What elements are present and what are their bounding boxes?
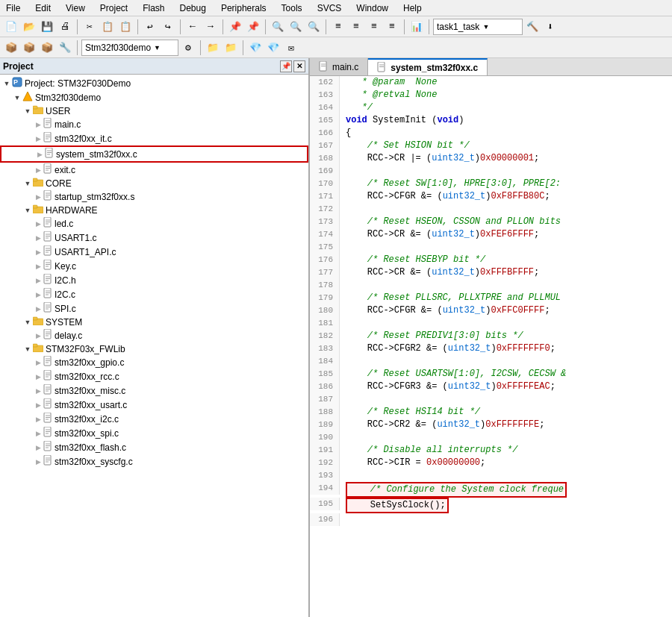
tb2-folder2-btn[interactable]: 📁 — [223, 40, 239, 56]
code-line-194[interactable]: 194 /* Configure the System clock freque — [310, 482, 672, 498]
tree-item-stm32f0xx_rcc[interactable]: ▶stm32f0xx_rcc.c — [0, 369, 308, 383]
open-btn[interactable]: 📂 — [21, 19, 37, 35]
tb2-btn4[interactable]: 🔧 — [57, 40, 73, 56]
panel-pin-btn[interactable]: 📌 — [280, 60, 292, 72]
download-btn[interactable]: ⬇ — [542, 19, 559, 35]
menu-peripherals[interactable]: Peripherals — [218, 2, 270, 14]
code-line-193[interactable]: 193 — [310, 469, 672, 482]
tree-item-root[interactable]: ▼PProject: STM32F030Demo — [0, 76, 308, 90]
code-line-176[interactable]: 176 /* Reset HSEBYP bit */ — [310, 254, 672, 266]
indent2-btn[interactable]: ≡ — [348, 19, 364, 35]
tree-expander-usart1_api[interactable]: ▶ — [33, 247, 43, 257]
tree-item-stm32f0xx_spi[interactable]: ▶stm32f0xx_spi.c — [0, 426, 308, 440]
tree-expander-core[interactable]: ▼ — [22, 178, 33, 189]
code-line-188[interactable]: 188 /* Reset HSI14 bit */ — [310, 406, 672, 419]
code-line-185[interactable]: 185 /* Reset USARTSW[1:0], I2CSW, CECSW … — [310, 368, 672, 380]
code-line-195[interactable]: 195 SetSysClock(); — [310, 498, 672, 513]
tree-expander-delay_c[interactable]: ▶ — [33, 331, 43, 341]
tree-item-main_c[interactable]: ▶main.c — [0, 117, 308, 131]
tree-expander-system_stm32f0xx[interactable]: ▶ — [34, 149, 45, 160]
tree-item-stm32f0xx_usart[interactable]: ▶stm32f0xx_usart.c — [0, 398, 308, 412]
bookmark2-btn[interactable]: 📌 — [245, 19, 261, 35]
tb2-btn2[interactable]: 📦 — [21, 40, 37, 56]
tree-item-system_stm32f0xx[interactable]: ▶system_stm32f0xx.c — [0, 145, 308, 163]
tree-item-stm32f0xx_syscfg[interactable]: ▶stm32f0xx_syscfg.c — [0, 454, 308, 469]
tb2-settings-btn[interactable]: ⚙ — [180, 40, 196, 56]
tree-expander-stm32f030demo[interactable]: ▼ — [12, 93, 22, 103]
menu-view[interactable]: View — [63, 2, 88, 14]
code-line-186[interactable]: 186 RCC->CFGR3 &= (uint32_t)0xFFFFFEAC; — [310, 380, 672, 393]
tree-expander-usart1_c[interactable]: ▶ — [33, 233, 43, 243]
code-line-162[interactable]: 162 * @param None — [310, 76, 672, 89]
tree-expander-spi_c[interactable]: ▶ — [33, 304, 43, 314]
tb2-gem-btn[interactable]: 💎 — [247, 40, 264, 56]
tree-item-system_folder[interactable]: ▼SYSTEM — [0, 316, 308, 328]
tree-item-stm32f0xx_i2c[interactable]: ▶stm32f0xx_i2c.c — [0, 412, 308, 426]
build-btn[interactable]: 🔨 — [524, 19, 541, 35]
tree-item-stm32f0xx_gpio[interactable]: ▶stm32f0xx_gpio.c — [0, 355, 308, 369]
indent-btn[interactable]: ≡ — [330, 19, 346, 35]
code-line-190[interactable]: 190 — [310, 431, 672, 444]
tree-item-i2c_h[interactable]: ▶I2C.h — [0, 273, 308, 287]
editor-tab-1[interactable]: system_stm32f0xx.c — [368, 58, 488, 75]
indent4-btn[interactable]: ≡ — [384, 19, 400, 35]
tree-expander-stm32f0xx_flash[interactable]: ▶ — [33, 442, 43, 453]
tree-expander-root[interactable]: ▼ — [1, 78, 12, 89]
tree-expander-user[interactable]: ▼ — [22, 106, 33, 116]
tree-expander-startup[interactable]: ▶ — [33, 192, 43, 202]
tree-item-exit_c[interactable]: ▶exit.c — [0, 163, 308, 177]
tree-expander-stm32f0xx_misc[interactable]: ▶ — [33, 386, 43, 396]
tree-expander-i2c_h[interactable]: ▶ — [33, 275, 43, 286]
code-line-179[interactable]: 179 /* Reset PLLSRC, PLLXTPRE and PLLMUL — [310, 292, 672, 304]
paste-btn[interactable]: 📋 — [117, 19, 134, 35]
code-line-180[interactable]: 180 RCC->CFGR &= (uint32_t)0xFFC0FFFF; — [310, 304, 672, 317]
code-line-177[interactable]: 177 RCC->CR &= (uint32_t)0xFFFBFFFF; — [310, 266, 672, 279]
fwd-btn[interactable]: → — [202, 19, 219, 35]
code-line-170[interactable]: 170 /* Reset SW[1:0], HPRE[3:0], PPRE[2: — [310, 178, 672, 190]
tree-item-spi_c[interactable]: ▶SPI.c — [0, 301, 308, 316]
code-line-187[interactable]: 187 — [310, 393, 672, 406]
undo-btn[interactable]: ↩ — [142, 19, 158, 35]
tree-expander-stm32f0xx_rcc[interactable]: ▶ — [33, 372, 43, 382]
tree-expander-main_c[interactable]: ▶ — [33, 119, 43, 130]
print-btn[interactable]: 🖨 — [57, 19, 73, 35]
tree-expander-stm32f0xx_syscfg[interactable]: ▶ — [33, 457, 43, 467]
code-line-192[interactable]: 192 RCC->CIR = 0x00000000; — [310, 457, 672, 469]
tree-item-stm32f0xx_it[interactable]: ▶stm32f0xx_it.c — [0, 131, 308, 145]
tree-expander-hardware[interactable]: ▼ — [22, 205, 33, 216]
bookmark-btn[interactable]: 📌 — [227, 19, 243, 35]
tree-item-user[interactable]: ▼USER — [0, 104, 308, 117]
code-line-163[interactable]: 163 * @retval None — [310, 89, 672, 101]
code-line-189[interactable]: 189 RCC->CR2 &= (uint32_t)0xFFFFFFFE; — [310, 419, 672, 431]
code-line-183[interactable]: 183 RCC->CFGR2 &= (uint32_t)0xFFFFFFF0; — [310, 342, 672, 355]
code-line-175[interactable]: 175 — [310, 241, 672, 254]
code-line-169[interactable]: 169 — [310, 165, 672, 178]
tree-expander-exit_c[interactable]: ▶ — [33, 165, 43, 175]
code-line-171[interactable]: 171 RCC->CFGR &= (uint32_t)0xF8FFB80C; — [310, 190, 672, 203]
tb2-btn1[interactable]: 📦 — [3, 40, 19, 56]
code-line-167[interactable]: 167 /* Set HSION bit */ — [310, 140, 672, 152]
find-btn[interactable]: 🔍 — [270, 19, 286, 35]
menu-edit[interactable]: Edit — [32, 2, 54, 14]
menu-debug[interactable]: Debug — [177, 2, 209, 14]
tree-expander-led_c[interactable]: ▶ — [33, 219, 43, 229]
tree-item-stm32f030demo[interactable]: ▼Stm32f030demo — [0, 90, 308, 104]
tree-expander-system_folder[interactable]: ▼ — [22, 317, 33, 328]
code-line-184[interactable]: 184 — [310, 355, 672, 368]
code-line-191[interactable]: 191 /* Disable all interrupts */ — [310, 444, 672, 457]
tree-expander-stm32f0xx_i2c[interactable]: ▶ — [33, 414, 43, 425]
tree-expander-i2c_c[interactable]: ▶ — [33, 289, 43, 300]
tree-expander-stm32f0xx_gpio[interactable]: ▶ — [33, 357, 43, 368]
save-btn[interactable]: 💾 — [39, 19, 55, 35]
tree-item-usart1_api[interactable]: ▶USART1_API.c — [0, 245, 308, 259]
tree-item-hardware[interactable]: ▼HARDWARE — [0, 204, 308, 216]
tree-item-stm32f03x_fwlib[interactable]: ▼STM32F03x_FWLib — [0, 342, 308, 355]
project-dropdown[interactable]: Stm32f030demo ▼ — [81, 40, 178, 56]
copy-btn[interactable]: 📋 — [99, 19, 116, 35]
code-line-182[interactable]: 182 /* Reset PREDIV1[3:0] bits */ — [310, 330, 672, 342]
menu-project[interactable]: Project — [97, 2, 131, 14]
tree-item-i2c_c[interactable]: ▶I2C.c — [0, 287, 308, 301]
back-btn[interactable]: ← — [184, 19, 201, 35]
menu-help[interactable]: Help — [400, 2, 425, 14]
tree-item-delay_c[interactable]: ▶delay.c — [0, 328, 308, 342]
